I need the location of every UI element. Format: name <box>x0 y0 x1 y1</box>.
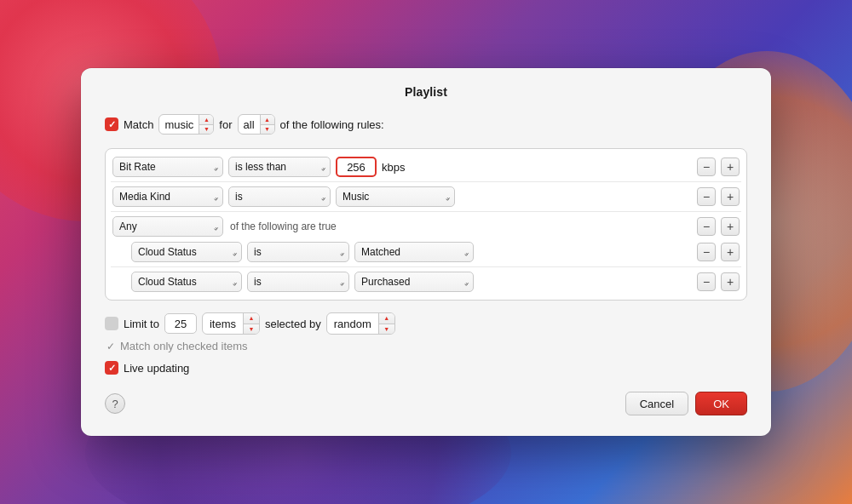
limit-to-label: Limit to <box>124 318 159 330</box>
items-up-arrow[interactable]: ▲ <box>244 313 259 324</box>
nested-condition-wrapper-1: is ⌄ <box>247 242 349 262</box>
add-nested-rule-2[interactable]: + <box>721 272 740 291</box>
random-select[interactable]: random ▲ ▼ <box>326 312 395 335</box>
limit-checkbox[interactable] <box>105 317 118 330</box>
limit-input[interactable] <box>164 313 197 334</box>
nested-field-wrapper-1: Cloud Status ⌄ <box>131 242 242 262</box>
divider-1 <box>111 181 741 182</box>
condition-select-2[interactable]: is <box>228 186 331 207</box>
music-up-arrow[interactable]: ▲ <box>199 115 213 125</box>
music-down-arrow[interactable]: ▼ <box>199 125 213 135</box>
nested-field-wrapper-2: Cloud Status ⌄ <box>131 272 242 292</box>
all-up-arrow[interactable]: ▲ <box>261 115 274 125</box>
nested-field-select-1[interactable]: Cloud Status <box>131 242 242 262</box>
remove-rule-2[interactable]: − <box>697 187 716 206</box>
add-rule-1[interactable]: + <box>721 158 740 176</box>
add-rule-3[interactable]: + <box>721 217 740 236</box>
add-nested-rule-1[interactable]: + <box>721 243 740 261</box>
for-label: for <box>219 118 232 131</box>
divider-nested <box>111 266 741 267</box>
remove-rule-1[interactable]: − <box>697 158 716 176</box>
divider-2 <box>111 211 741 212</box>
nested-condition-select-1[interactable]: is <box>247 242 349 262</box>
field-select-3[interactable]: Any <box>112 216 223 237</box>
checked-items-row: ✓ Match only checked items <box>105 340 747 352</box>
of-following-label: of the following rules: <box>280 118 384 131</box>
nested-condition-wrapper-2: is ⌄ <box>247 272 349 292</box>
remove-rule-3[interactable]: − <box>697 217 716 236</box>
remove-nested-rule-1[interactable]: − <box>697 243 716 261</box>
nested-value-select-1[interactable]: Matched <box>354 242 474 262</box>
nested-value-wrapper-2: Purchased ⌄ <box>354 272 474 292</box>
checked-items-label: Match only checked items <box>120 340 248 352</box>
items-arrows[interactable]: ▲ ▼ <box>244 313 259 334</box>
field-select-wrapper-2: Media Kind ⌄ <box>112 186 223 207</box>
all-arrows[interactable]: ▲ ▼ <box>261 115 274 134</box>
value-input-1[interactable] <box>336 157 377 177</box>
field-select-2[interactable]: Media Kind <box>112 186 223 207</box>
checked-items-checkmark: ✓ <box>106 341 115 352</box>
dialog-title: Playlist <box>105 85 747 99</box>
live-updating-row: Live updating <box>105 361 747 375</box>
condition-select-wrapper-1: is less than ⌄ <box>228 157 331 177</box>
field-select-wrapper-3: Any ⌄ <box>112 216 223 237</box>
random-up-arrow[interactable]: ▲ <box>379 313 394 324</box>
field-select-1[interactable]: Bit Rate <box>112 157 223 177</box>
dialog-actions: Cancel OK <box>625 392 747 415</box>
match-label: Match <box>124 118 153 131</box>
add-rule-2[interactable]: + <box>721 187 740 206</box>
limit-row: Limit to items ▲ ▼ selected by random ▲ … <box>105 312 747 335</box>
nested-condition-select-2[interactable]: is <box>247 272 349 292</box>
nested-value-select-2[interactable]: Purchased <box>354 272 474 292</box>
nested-field-select-2[interactable]: Cloud Status <box>131 272 242 292</box>
random-down-arrow[interactable]: ▼ <box>379 324 394 335</box>
music-arrows[interactable]: ▲ ▼ <box>199 115 213 134</box>
rule-row-2: Media Kind ⌄ is ⌄ Music ⌄ − <box>111 184 741 209</box>
bottom-row: ? Cancel OK <box>105 392 747 415</box>
random-value: random <box>327 313 379 334</box>
nested-rule-row-1: Cloud Status ⌄ is ⌄ Matched ⌄ <box>111 239 741 265</box>
random-arrows[interactable]: ▲ ▼ <box>379 313 394 334</box>
match-row: Match music ▲ ▼ for all ▲ ▼ of the follo… <box>105 114 747 135</box>
cancel-button[interactable]: Cancel <box>625 392 688 415</box>
items-select[interactable]: items ▲ ▼ <box>202 312 260 335</box>
field-select-wrapper-1: Bit Rate ⌄ <box>112 157 223 177</box>
nested-value-wrapper-1: Matched ⌄ <box>354 242 474 262</box>
condition-select-1[interactable]: is less than <box>228 157 331 177</box>
all-value: all <box>239 115 261 134</box>
dialog-overlay: Playlist Match music ▲ ▼ for all ▲ ▼ <box>0 0 852 504</box>
selected-by-label: selected by <box>265 318 321 330</box>
condition-select-wrapper-2: is ⌄ <box>228 186 331 207</box>
playlist-dialog: Playlist Match music ▲ ▼ for all ▲ ▼ <box>81 68 771 436</box>
items-down-arrow[interactable]: ▼ <box>244 324 259 335</box>
live-updating-label: Live updating <box>124 362 189 375</box>
all-select[interactable]: all ▲ ▼ <box>238 114 275 135</box>
rule-row-1: Bit Rate ⌄ is less than ⌄ kbps − + <box>111 154 741 180</box>
ok-button[interactable]: OK <box>695 392 747 415</box>
unit-label-1: kbps <box>382 161 405 174</box>
all-down-arrow[interactable]: ▼ <box>261 125 274 135</box>
value-select-wrapper-2: Music ⌄ <box>336 186 455 207</box>
music-value: music <box>159 115 199 134</box>
remove-nested-rule-2[interactable]: − <box>697 272 716 291</box>
music-select[interactable]: music ▲ ▼ <box>158 114 214 135</box>
nested-rule-row-2: Cloud Status ⌄ is ⌄ Purchased ⌄ <box>111 269 741 295</box>
rule-row-3: Any ⌄ of the following are true − + <box>111 214 741 239</box>
any-row-label: of the following are true <box>230 220 337 232</box>
items-value: items <box>203 313 244 334</box>
rules-section: Bit Rate ⌄ is less than ⌄ kbps − + <box>105 148 747 301</box>
match-checkbox[interactable] <box>105 117 118 131</box>
live-updating-checkbox[interactable] <box>105 361 118 375</box>
help-button[interactable]: ? <box>105 393 125 414</box>
value-select-2[interactable]: Music <box>336 186 455 207</box>
